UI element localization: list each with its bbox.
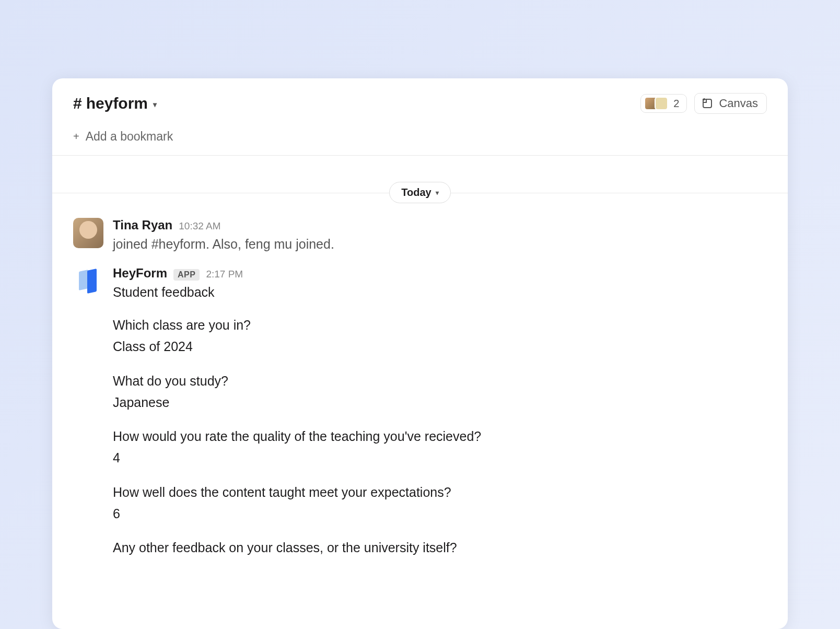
form-title: Student feedback bbox=[113, 283, 767, 302]
qa-block: What do you study? Japanese bbox=[113, 370, 767, 414]
channel-name: heyform bbox=[86, 95, 148, 112]
question-text: How would you rate the quality of the te… bbox=[113, 426, 767, 447]
date-divider: Today ▾ bbox=[52, 182, 788, 203]
member-avatar bbox=[655, 97, 668, 110]
members-button[interactable]: 2 bbox=[640, 94, 687, 113]
message-header: HeyForm APP 2:17 PM bbox=[113, 266, 767, 281]
message-author[interactable]: HeyForm bbox=[113, 266, 167, 281]
message-body: Tina Ryan 10:32 AM joined #heyform. Also… bbox=[113, 218, 767, 254]
date-label: Today bbox=[401, 187, 431, 199]
add-bookmark-button[interactable]: + Add a bookmark bbox=[73, 130, 767, 144]
hash-icon: # bbox=[73, 95, 82, 112]
app-badge: APP bbox=[173, 269, 200, 281]
question-text: Any other feedback on your classes, or t… bbox=[113, 537, 767, 558]
answer-text: Class of 2024 bbox=[113, 336, 767, 357]
member-count: 2 bbox=[673, 98, 679, 110]
avatar[interactable] bbox=[73, 266, 103, 296]
message-item: HeyForm APP 2:17 PM Student feedback Whi… bbox=[73, 266, 767, 559]
message-timestamp[interactable]: 2:17 PM bbox=[206, 269, 243, 280]
chevron-down-icon: ▾ bbox=[153, 100, 157, 109]
svg-rect-0 bbox=[703, 99, 711, 108]
message-timestamp[interactable]: 10:32 AM bbox=[179, 220, 220, 232]
canvas-label: Canvas bbox=[719, 97, 758, 110]
channel-title-button[interactable]: # heyform ▾ bbox=[73, 95, 157, 112]
add-bookmark-label: Add a bookmark bbox=[86, 130, 173, 144]
canvas-icon bbox=[701, 97, 714, 110]
qa-block: How would you rate the quality of the te… bbox=[113, 426, 767, 469]
message-body: HeyForm APP 2:17 PM Student feedback Whi… bbox=[113, 266, 767, 559]
qa-block: Which class are you in? Class of 2024 bbox=[113, 314, 767, 358]
message-list: Tina Ryan 10:32 AM joined #heyform. Also… bbox=[52, 218, 788, 558]
canvas-button[interactable]: Canvas bbox=[694, 93, 767, 114]
question-text: What do you study? bbox=[113, 370, 767, 392]
channel-header: # heyform ▾ 2 bbox=[52, 78, 788, 124]
heyform-logo-icon bbox=[76, 269, 101, 294]
message-text: joined #heyform. Also, feng mu joined. bbox=[113, 235, 767, 254]
chevron-down-icon: ▾ bbox=[436, 189, 439, 196]
message-item: Tina Ryan 10:32 AM joined #heyform. Also… bbox=[73, 218, 767, 254]
answer-text: 6 bbox=[113, 503, 767, 525]
date-jump-button[interactable]: Today ▾ bbox=[389, 182, 450, 203]
header-actions: 2 Canvas bbox=[640, 93, 767, 114]
qa-block: Any other feedback on your classes, or t… bbox=[113, 537, 767, 558]
avatar[interactable] bbox=[73, 218, 103, 248]
question-text: How well does the content taught meet yo… bbox=[113, 482, 767, 503]
question-text: Which class are you in? bbox=[113, 314, 767, 336]
qa-block: How well does the content taught meet yo… bbox=[113, 482, 767, 525]
message-header: Tina Ryan 10:32 AM bbox=[113, 218, 767, 232]
answer-text: 4 bbox=[113, 447, 767, 469]
bookmark-bar: + Add a bookmark bbox=[52, 124, 788, 156]
plus-icon: + bbox=[73, 131, 79, 143]
avatar-stack bbox=[644, 97, 668, 110]
answer-text: Japanese bbox=[113, 392, 767, 413]
slack-window: # heyform ▾ 2 bbox=[52, 78, 788, 629]
message-author[interactable]: Tina Ryan bbox=[113, 218, 172, 232]
